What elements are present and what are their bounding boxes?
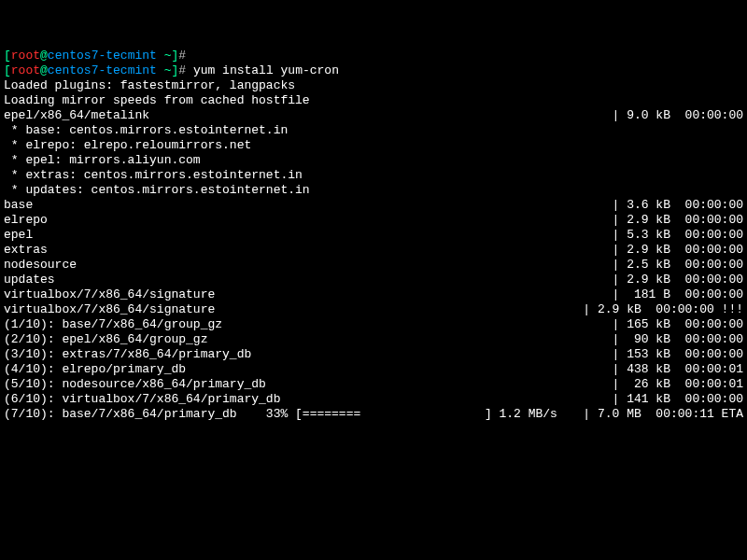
mirror-line: * extras: centos.mirrors.estointernet.in — [4, 168, 743, 183]
output-line: (6/10): virtualbox/7/x86_64/primary_db| … — [4, 392, 743, 407]
plugins-line: Loaded plugins: fastestmirror, langpacks — [4, 78, 743, 93]
output-line: base| 3.6 kB 00:00:00 — [4, 198, 743, 213]
output-line: (3/10): extras/7/x86_64/primary_db| 153 … — [4, 347, 743, 362]
mirror-line: * updates: centos.mirrors.estointernet.i… — [4, 183, 743, 198]
output-line: extras| 2.9 kB 00:00:00 — [4, 243, 743, 258]
mirror-line: * elrepo: elrepo.reloumirrors.net — [4, 138, 743, 153]
prompt-line: [root@centos7-tecmint ~]# — [4, 49, 743, 63]
mirror-line: * base: centos.mirrors.estointernet.in — [4, 123, 743, 138]
output-line: elrepo| 2.9 kB 00:00:00 — [4, 213, 743, 228]
loading-line: Loading mirror speeds from cached hostfi… — [4, 93, 743, 108]
output-line: (1/10): base/7/x86_64/group_gz| 165 kB 0… — [4, 317, 743, 332]
output-line: (4/10): elrepo/primary_db| 438 kB 00:00:… — [4, 362, 743, 377]
prompt-line-command[interactable]: [root@centos7-tecmint ~]# yum install yu… — [4, 63, 743, 78]
output-line: updates| 2.9 kB 00:00:00 — [4, 273, 743, 287]
mirror-line: * epel: mirrors.aliyun.com — [4, 153, 743, 168]
output-line: (2/10): epel/x86_64/group_gz| 90 kB 00:0… — [4, 332, 743, 347]
output-line: virtualbox/7/x86_64/signature| 2.9 kB 00… — [4, 302, 743, 317]
output-line: nodesource| 2.5 kB 00:00:00 — [4, 258, 743, 273]
terminal-output: [root@centos7-tecmint ~]#[root@centos7-t… — [4, 49, 743, 422]
output-line: virtualbox/7/x86_64/signature| 181 B 00:… — [4, 287, 743, 302]
output-line: epel/x86_64/metalink| 9.0 kB 00:00:00 — [4, 108, 743, 123]
output-line: epel| 5.3 kB 00:00:00 — [4, 228, 743, 243]
output-line: (7/10): base/7/x86_64/primary_db 33% [==… — [4, 407, 743, 422]
output-line: (5/10): nodesource/x86_64/primary_db| 26… — [4, 377, 743, 392]
